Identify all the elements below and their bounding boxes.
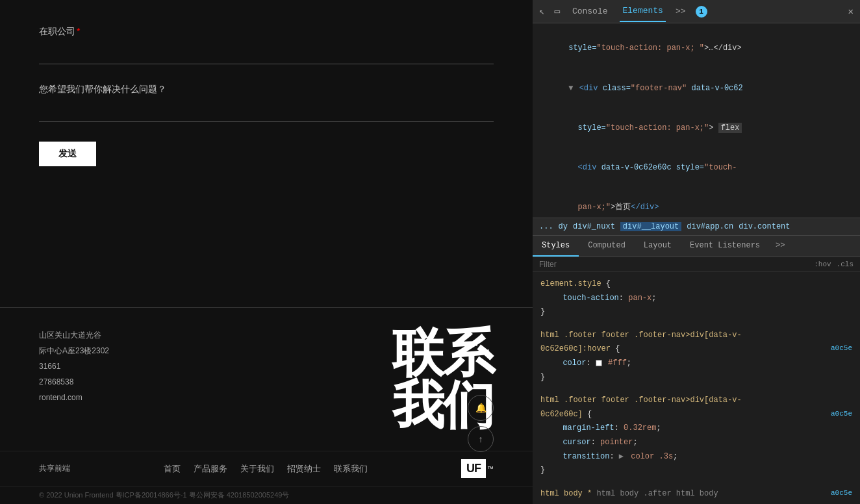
breadcrumb-dy[interactable]: dy [559, 222, 568, 231]
company-field: 在职公司* [39, 26, 494, 64]
phone2: 27868538 [39, 374, 109, 390]
nav-contact[interactable]: 联系我们 [334, 463, 368, 475]
tab-elements[interactable]: Elements [620, 1, 665, 22]
footer-nav-bar: 共享前端 首页 产品服务 关于我们 招贤纳士 联系我们 UF ™ [0, 451, 533, 486]
css-rule-hover: html .footer footer .footer-nav>div[data… [540, 329, 852, 384]
filter-bar: :hov .cls [533, 257, 860, 272]
close-icon[interactable]: ✕ [848, 6, 854, 17]
css-link-1[interactable]: a0c5e [831, 342, 852, 355]
filter-input[interactable] [539, 260, 814, 269]
html-line-4: <div data-v-0c62e60c style="touch- [540, 148, 852, 188]
mobile-icon[interactable]: ▭ [554, 6, 559, 17]
devtools-toolbar: ↖ ▭ Console Elements >> 1 ✕ [533, 0, 860, 23]
tab-styles[interactable]: Styles [533, 236, 579, 257]
css-link-3[interactable]: a0c5e [831, 487, 852, 500]
cursor-icon[interactable]: ↖ [539, 6, 544, 17]
scroll-controls: 🔔 ↑ [468, 395, 494, 452]
question-field: 您希望我们帮你解决什么问题？ [39, 84, 494, 122]
tab-computed[interactable]: Computed [579, 236, 635, 257]
css-link-2[interactable]: a0c5e [831, 408, 852, 421]
more-tabs-icon[interactable]: >> [676, 6, 686, 16]
uf-trademark: ™ [487, 465, 494, 472]
copyright-text: © 2022 Union Frontend 粤ICP备20014866号-1 粤… [39, 490, 494, 500]
tab-event-listeners[interactable]: Event Listeners [681, 236, 769, 257]
color-swatch-white [596, 360, 602, 366]
address-line1: 山区关山大道光谷 [39, 327, 109, 343]
css-rule-html-body: html body * html body .after html body a… [540, 487, 852, 501]
breadcrumb-nuxt[interactable]: div#_nuxt [573, 222, 615, 231]
scroll-top-btn[interactable]: ↑ [468, 426, 494, 452]
hov-button[interactable]: :hov [814, 260, 831, 268]
html-line-1: style="touch-action: pan-x; ">…</div> [540, 29, 852, 68]
breadcrumb-ellipsis[interactable]: ... [539, 222, 553, 231]
company-label: 在职公司* [39, 26, 494, 38]
nav-products[interactable]: 产品服务 [194, 463, 227, 475]
html-viewer[interactable]: style="touch-action: pan-x; ">…</div> ▼ … [533, 23, 860, 218]
uf-logo-text: UF [461, 459, 486, 478]
company-input[interactable] [39, 43, 494, 64]
styles-section: Styles Computed Layout Event Listeners >… [533, 236, 860, 504]
html-line-2: ▼ <div class="footer-nav" data-v-0c62 [540, 68, 852, 108]
address-line2: 际中心A座23楼2302 [39, 343, 109, 359]
phone1: 31661 [39, 359, 109, 374]
copyright-bar: © 2022 Union Frontend 粤ICP备20014866号-1 粤… [0, 486, 533, 504]
nav-recruit[interactable]: 招贤纳士 [287, 463, 321, 475]
form-section: 在职公司* 您希望我们帮你解决什么问题？ 发送 [0, 0, 533, 307]
footer-contact: 山区关山大道光谷 际中心A座23楼2302 31661 27868538 ron… [39, 327, 109, 405]
tab-console[interactable]: Console [570, 1, 611, 21]
cls-button[interactable]: .cls [837, 260, 854, 268]
breadcrumb-app[interactable]: div#app.cn [687, 222, 733, 231]
share-label: 共享前端 [39, 463, 70, 474]
nav-home[interactable]: 首页 [164, 463, 181, 475]
submit-button[interactable]: 发送 [39, 142, 96, 166]
css-rule-normal: html .footer footer .footer-nav>div[data… [540, 394, 852, 478]
devtools-panel: ↖ ▭ Console Elements >> 1 ✕ style="touch… [533, 0, 860, 504]
uf-logo: UF ™ [461, 459, 494, 478]
nav-about[interactable]: 关于我们 [240, 463, 274, 475]
more-style-tabs[interactable]: >> [769, 236, 791, 257]
footer-nav-links: 首页 产品服务 关于我们 招贤纳士 联系我们 [164, 463, 368, 475]
tab-layout[interactable]: Layout [635, 236, 681, 257]
html-line-3: style="touch-action: pan-x;"> flex [540, 108, 852, 147]
breadcrumb-content[interactable]: div.content [739, 222, 790, 231]
chat-badge: 1 [696, 6, 707, 18]
css-rule-element-style: element.style { touch-action: pan-x; } [540, 277, 852, 320]
styles-tabs: Styles Computed Layout Event Listeners >… [533, 236, 860, 257]
email: rontend.com [39, 390, 109, 405]
question-label: 您希望我们帮你解决什么问题？ [39, 84, 494, 95]
website-panel: 在职公司* 您希望我们帮你解决什么问题？ 发送 山区关山大道光谷 际中心A座23… [0, 0, 533, 504]
notification-btn[interactable]: 🔔 [468, 395, 494, 421]
breadcrumb-layout[interactable]: div#__layout [620, 222, 681, 231]
styles-content[interactable]: element.style { touch-action: pan-x; } h… [533, 272, 860, 504]
html-line-5: pan-x;">首页</div> [540, 188, 852, 218]
hero-line1: 联系 [392, 327, 494, 379]
breadcrumb-bar: ... dy div#_nuxt div#__layout div#app.cn… [533, 218, 860, 236]
footer-section: 山区关山大道光谷 际中心A座23楼2302 31661 27868538 ron… [0, 307, 533, 451]
question-input[interactable] [39, 101, 494, 122]
